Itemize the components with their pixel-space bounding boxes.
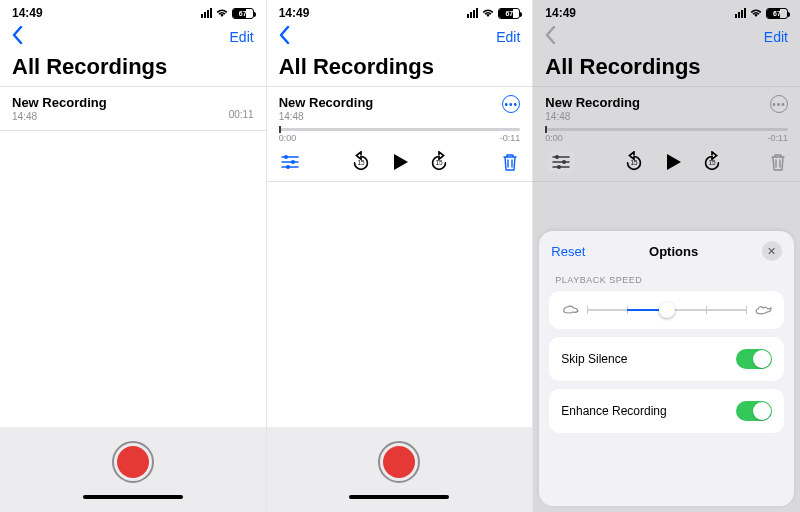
playback-speed-slider[interactable] <box>549 291 784 329</box>
home-indicator[interactable] <box>83 495 183 499</box>
cellular-icon <box>467 8 478 18</box>
sheet-title: Options <box>649 244 698 259</box>
turtle-icon <box>561 301 579 319</box>
skip-forward-button[interactable]: 15 <box>428 151 450 173</box>
wifi-icon <box>750 9 762 18</box>
recording-duration: 00:11 <box>229 109 254 120</box>
skip-back-button[interactable]: 15 <box>350 151 372 173</box>
enhance-recording-label: Enhance Recording <box>561 404 666 418</box>
back-button[interactable] <box>12 26 23 48</box>
svg-point-4 <box>291 160 295 164</box>
screen-playback: 14:49 67 Edit All Recordings New Recordi… <box>267 0 534 512</box>
playback-speed-label: PLAYBACK SPEED <box>539 271 794 289</box>
close-button[interactable]: ✕ <box>762 241 782 261</box>
recording-timestamp: 14:48 <box>12 111 107 122</box>
recording-timestamp: 14:48 <box>279 111 374 122</box>
options-sheet: Reset Options ✕ PLAYBACK SPEED Skip Sile… <box>539 231 794 506</box>
nav-bar: Edit <box>267 22 533 54</box>
svg-text:15: 15 <box>630 159 638 166</box>
scrubber[interactable]: 0:00 -0:11 <box>279 128 521 143</box>
record-toolbar <box>267 427 533 512</box>
play-button[interactable] <box>390 152 410 172</box>
status-bar: 14:49 67 <box>533 0 800 22</box>
reset-button[interactable]: Reset <box>551 244 585 259</box>
recording-name: New Recording <box>279 95 374 110</box>
status-time: 14:49 <box>279 6 310 20</box>
scrubber: 0:00 -0:11 <box>545 128 788 143</box>
recording-timestamp: 14:48 <box>545 111 640 122</box>
home-indicator[interactable] <box>349 495 449 499</box>
rabbit-icon <box>754 301 772 319</box>
back-button <box>545 26 556 48</box>
recording-row[interactable]: New Recording 14:48 00:11 <box>0 86 266 131</box>
status-bar: 14:49 67 <box>0 0 266 22</box>
skip-back-button[interactable]: 15 <box>623 151 645 173</box>
svg-point-5 <box>286 165 290 169</box>
edit-button[interactable]: Edit <box>764 29 788 45</box>
more-button[interactable]: ••• <box>502 95 520 113</box>
enhance-recording-toggle[interactable] <box>736 401 772 421</box>
options-button[interactable] <box>281 155 299 169</box>
record-button[interactable] <box>112 441 154 483</box>
battery-icon: 67 <box>766 8 788 19</box>
edit-button[interactable]: Edit <box>230 29 254 45</box>
page-title: All Recordings <box>0 54 266 86</box>
status-time: 14:49 <box>12 6 43 20</box>
battery-icon: 67 <box>498 8 520 19</box>
recording-name: New Recording <box>545 95 640 110</box>
recording-name: New Recording <box>12 95 107 110</box>
remaining-time: -0:11 <box>767 133 788 143</box>
back-button[interactable] <box>279 26 290 48</box>
recording-row-expanded: New Recording 14:48 ••• 0:00 -0:11 15 <box>533 86 800 182</box>
record-button[interactable] <box>378 441 420 483</box>
svg-point-13 <box>557 165 561 169</box>
nav-bar: Edit <box>533 22 800 54</box>
svg-text:15: 15 <box>358 159 366 166</box>
nav-bar: Edit <box>0 22 266 54</box>
play-button[interactable] <box>663 152 683 172</box>
edit-button[interactable]: Edit <box>496 29 520 45</box>
more-button: ••• <box>770 95 788 113</box>
page-title: All Recordings <box>267 54 533 86</box>
wifi-icon <box>216 9 228 18</box>
recording-row-expanded: New Recording 14:48 ••• 0:00 -0:11 15 <box>267 86 533 182</box>
enhance-recording-row: Enhance Recording <box>549 389 784 433</box>
elapsed-time: 0:00 <box>279 133 297 143</box>
svg-text:15: 15 <box>436 159 444 166</box>
skip-silence-label: Skip Silence <box>561 352 627 366</box>
wifi-icon <box>482 9 494 18</box>
screen-list: 14:49 67 Edit All Recordings New Recordi… <box>0 0 267 512</box>
status-time: 14:49 <box>545 6 576 20</box>
page-title: All Recordings <box>533 54 800 86</box>
svg-point-11 <box>555 155 559 159</box>
options-button[interactable] <box>547 151 575 173</box>
skip-silence-toggle[interactable] <box>736 349 772 369</box>
record-toolbar <box>0 427 266 512</box>
skip-forward-button[interactable]: 15 <box>701 151 723 173</box>
svg-point-3 <box>284 155 288 159</box>
delete-button[interactable] <box>770 153 786 171</box>
status-bar: 14:49 67 <box>267 0 533 22</box>
elapsed-time: 0:00 <box>545 133 563 143</box>
skip-silence-row: Skip Silence <box>549 337 784 381</box>
battery-icon: 67 <box>232 8 254 19</box>
screen-options-sheet: 14:49 67 Edit All Recordings New Recordi… <box>533 0 800 512</box>
svg-text:15: 15 <box>708 159 716 166</box>
svg-point-12 <box>562 160 566 164</box>
cellular-icon <box>201 8 212 18</box>
delete-button[interactable] <box>502 153 518 171</box>
cellular-icon <box>735 8 746 18</box>
remaining-time: -0:11 <box>500 133 521 143</box>
